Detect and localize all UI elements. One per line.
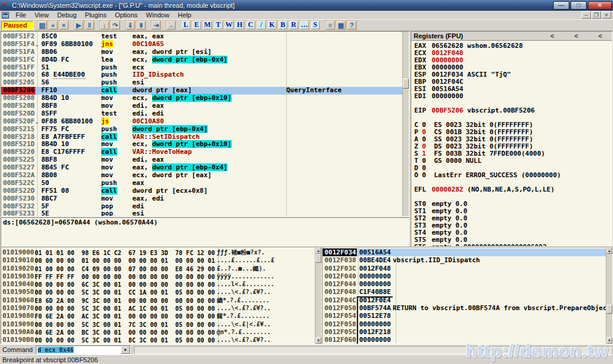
scroll-down-arrow[interactable]: ▼ xyxy=(606,337,612,344)
disasm-row[interactable]: 00BF522DFF51 08calldword ptr [ecx+0x8] xyxy=(1,187,402,195)
instruction-text: callVAR::MoveToHeap xyxy=(101,148,286,156)
disasm-row[interactable]: 00BF52088B4D 10movecx, dword ptr [ebp+0x… xyxy=(1,95,402,102)
menu-plugins[interactable]: Plugins xyxy=(81,11,111,19)
registers-view-toggle-1[interactable]: < xyxy=(551,32,554,40)
stack-value: 0012F218 xyxy=(357,328,393,336)
register-line[interactable]: EDI00000000 xyxy=(414,93,612,100)
maximize-button[interactable]: □ xyxy=(570,1,587,10)
dump-row[interactable]: 0101907000 00 00 00 5C 3C 00 01 AC 1C 00… xyxy=(1,304,315,312)
disasm-row[interactable]: 00BF520B8BF8movedi, eax xyxy=(1,102,402,110)
execute-till-return-button[interactable]: ⇥ xyxy=(151,20,161,30)
source-button[interactable]: S xyxy=(310,20,320,30)
menu-file[interactable]: File xyxy=(11,11,31,19)
menu-view[interactable]: View xyxy=(31,11,53,19)
dump-row[interactable]: 0101905000 00 00 00 5C 3C 00 01 CC 1A 00… xyxy=(1,288,315,296)
registers-view-toggle-3[interactable]: < xyxy=(599,32,602,40)
dump-row[interactable]: 01019080F0 6E 2A 00 AC 3C 00 01 00 00 00… xyxy=(1,312,315,320)
disasm-row[interactable]: 00BF51FC8D4D FCleaecx, dword ptr [ebp-0x… xyxy=(1,56,402,64)
stack-row[interactable]: 0012F03800BE4DE4vbscript.IID_IDispatch xyxy=(323,256,606,264)
dump-row[interactable]: 0101909000 00 00 00 5C 3C 00 01 7C 3C 00… xyxy=(1,320,315,328)
appearance-button[interactable]: ▦ xyxy=(336,20,346,30)
stack-row[interactable]: 0012F05400512E78 xyxy=(323,312,606,320)
pause-button[interactable]: ‖ xyxy=(84,20,95,30)
stack-row[interactable]: 0012F04C0012F0E4 xyxy=(323,296,606,304)
trace-into-button[interactable]: ⇓ xyxy=(125,20,135,30)
disasm-scrollbar[interactable] xyxy=(402,32,409,216)
disasm-row[interactable]: 00BF5220E8 C176FFFFcallVAR::MoveToHeap xyxy=(1,148,402,156)
references-button[interactable]: R xyxy=(289,20,299,30)
open-file-button[interactable]: ▨ xyxy=(37,20,47,30)
disasm-row[interactable]: 00BF52325Fpopedi xyxy=(1,203,402,211)
dump-scrollbar[interactable]: ▲ ▼ xyxy=(315,247,321,344)
stack-row[interactable]: 0012F03C0012F048 xyxy=(323,265,606,272)
close-button[interactable]: ✕ xyxy=(588,1,612,10)
step-into-button[interactable]: ↓ xyxy=(99,20,110,30)
cpu-window-button[interactable]: C xyxy=(245,20,256,30)
mdi-close-button[interactable]: × xyxy=(602,11,611,19)
stack-row[interactable]: 0012F05C0012F218 xyxy=(323,328,606,336)
trace-over-button[interactable]: ⇟ xyxy=(136,20,146,30)
scroll-up-arrow[interactable]: ▲ xyxy=(315,247,321,254)
stack-scrollbar[interactable]: ▲ ▼ xyxy=(606,247,612,344)
disasm-row[interactable]: 00BF52335Epopesi xyxy=(1,210,402,217)
register-line[interactable]: EFL00000282 (NO,NB,NE,A,S,PO,L,LE) xyxy=(414,186,612,193)
register-line[interactable]: T0GS 0000 NULL xyxy=(414,157,612,165)
memory-map-button[interactable]: M xyxy=(202,20,213,30)
run-trace-button[interactable]: … xyxy=(299,20,309,30)
instruction-address: 00BF520D xyxy=(1,110,35,118)
go-to-button[interactable]: → xyxy=(166,20,176,30)
menu-options[interactable]: Options xyxy=(111,11,142,19)
menu-help[interactable]: Help xyxy=(174,11,196,19)
scrollbar-thumb[interactable] xyxy=(403,78,409,89)
disasm-row[interactable]: 00BF520068 E44DBE00pushIID_IDispatch xyxy=(1,71,402,79)
stack-row[interactable]: 0012F05000BF574ARETURN to vbscript.00BF5… xyxy=(323,304,606,312)
mdi-minimize-button[interactable]: – xyxy=(581,11,591,19)
stack-row[interactable]: 0012F04400000000 xyxy=(323,280,606,288)
scroll-up-arrow[interactable]: ▲ xyxy=(606,247,612,254)
scrollbar-thumb[interactable] xyxy=(315,254,321,263)
info-pane: ds:[06562628]=06570A44 (wshom.06570A44) xyxy=(1,217,409,247)
chevron-down-icon[interactable]: ▼ xyxy=(121,346,130,354)
breakpoints-button[interactable]: B xyxy=(278,20,288,30)
disasm-row[interactable]: 00BF520556pushesi xyxy=(1,79,402,87)
windows-list-button[interactable]: ≡ xyxy=(325,20,335,30)
dump-row[interactable]: 0101900001 01 01 00 98 E6 1C C2 67 19 E3… xyxy=(1,248,315,256)
run-button[interactable]: ▶ xyxy=(74,20,84,30)
restart-button[interactable]: « xyxy=(48,20,58,30)
dump-row[interactable]: 010190B000 00 00 00 5C 3C 00 01 8C 3C 00… xyxy=(1,336,315,344)
menu-window[interactable]: Window xyxy=(142,11,174,19)
stack-row[interactable]: 0012F05800000000 xyxy=(323,320,606,328)
dump-row[interactable]: 01019030FF FF FF FF 00 00 00 00 00 00 00… xyxy=(1,272,315,280)
patches-button[interactable]: / xyxy=(256,20,266,30)
dump-row[interactable]: 0101901000 00 00 00 01 00 00 00 00 00 00… xyxy=(1,256,315,264)
close-process-button[interactable]: × xyxy=(59,20,69,30)
threads-button[interactable]: T xyxy=(213,20,223,30)
disasm-row[interactable]: 00BF52308BC7moveax, edi xyxy=(1,195,402,203)
dump-row[interactable]: 0101902001 00 00 00 C4 09 00 00 07 00 00… xyxy=(1,265,315,272)
windows-button[interactable]: W xyxy=(224,20,234,30)
help-button[interactable]: ? xyxy=(347,20,357,30)
dump-row[interactable]: 01019060E8 6D 2A 00 9C 3C 00 01 00 00 00… xyxy=(1,296,315,304)
scroll-down-arrow[interactable]: ▼ xyxy=(315,337,321,344)
step-over-button[interactable]: ↷ xyxy=(110,20,120,30)
log-window-button[interactable]: L xyxy=(181,20,191,30)
minimize-button[interactable]: — xyxy=(553,1,569,10)
register-line[interactable]: O0LastErr ERROR_SUCCESS (00000000) xyxy=(414,172,612,179)
dump-row[interactable]: 0101904000 00 00 00 6C 3C 00 01 00 00 00… xyxy=(1,280,315,288)
handles-button[interactable]: H xyxy=(235,20,245,30)
register-line[interactable]: EIP00BF5206 vbscript.00BF5206 xyxy=(414,107,612,114)
command-input[interactable]: d ecx 0x46 ▼ xyxy=(36,345,131,354)
stack-row[interactable]: 0012F03400516A54 xyxy=(323,248,606,256)
registers-view-toggle-2[interactable]: < xyxy=(575,32,578,40)
menu-debug[interactable]: Debug xyxy=(53,11,80,19)
executable-modules-button[interactable]: E xyxy=(192,20,202,30)
stack-row[interactable]: 0012F04000000000 xyxy=(323,272,606,280)
call-stack-button[interactable]: K xyxy=(267,20,277,30)
disasm-row[interactable]: 00BF522A8B08movecx, dword ptr [eax] xyxy=(1,172,402,180)
mdi-restore-button[interactable]: ❐ xyxy=(591,11,601,19)
command-bar: Command d ecx 0x46 ▼ xyxy=(0,344,613,354)
stack-row[interactable]: 0012F048C1F40B8E xyxy=(323,288,606,296)
stack-row[interactable]: 0012F06000000000 xyxy=(323,336,606,344)
dump-row[interactable]: 010190A040 6E 2A 00 BC 3C 00 01 00 00 00… xyxy=(1,328,315,336)
scrollbar-thumb[interactable] xyxy=(606,305,612,314)
